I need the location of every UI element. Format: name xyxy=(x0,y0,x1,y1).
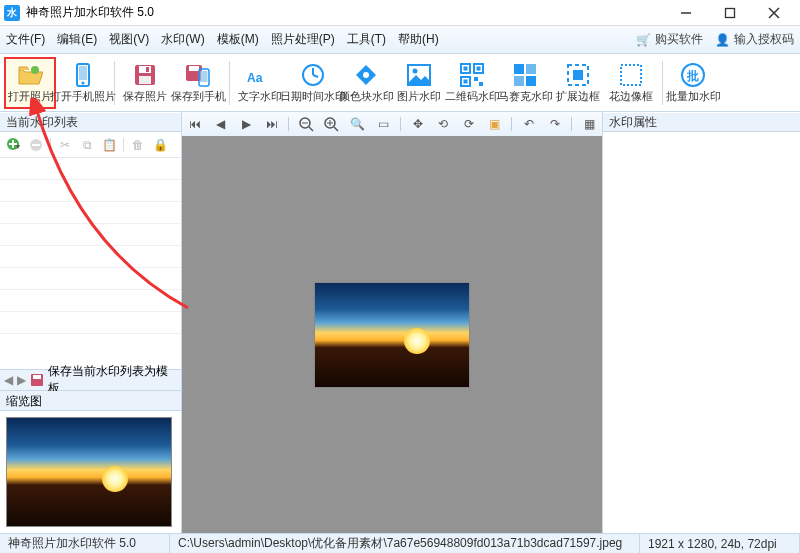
nav-prev-icon[interactable]: ◀ xyxy=(212,115,230,133)
nav-last-icon[interactable]: ⏭ xyxy=(263,115,281,133)
grid-icon[interactable]: ▦ xyxy=(580,115,598,133)
lock-icon[interactable]: 🔒 xyxy=(152,137,168,153)
minimize-button[interactable] xyxy=(664,1,708,25)
color-watermark-button[interactable]: 颜色块水印 xyxy=(340,57,392,109)
fit-window-icon[interactable]: ▭ xyxy=(374,115,392,133)
phone-icon xyxy=(69,62,97,88)
rotate-right-icon[interactable]: ⟳ xyxy=(460,115,478,133)
svg-rect-33 xyxy=(514,76,524,86)
menu-view[interactable]: 视图(V) xyxy=(109,31,149,48)
svg-rect-29 xyxy=(474,77,478,81)
diamond-icon xyxy=(352,62,380,88)
watermark-toolbar: ▾ ✂ ⧉ 📋 🗑 🔒 xyxy=(0,132,181,158)
svg-point-7 xyxy=(82,81,85,84)
main-toolbar: 打开照片 打开手机照片 保存照片 保存到手机 Aa 文字水印 日期时间水印 颜色… xyxy=(0,54,800,112)
floppy-icon xyxy=(131,62,159,88)
nav-first-icon[interactable]: ⏮ xyxy=(186,115,204,133)
mosaic-icon xyxy=(511,62,539,88)
svg-rect-27 xyxy=(477,66,481,70)
open-photo-button[interactable]: 打开照片 xyxy=(4,57,56,109)
paste-icon[interactable]: 📋 xyxy=(101,137,117,153)
rotate-left-icon[interactable]: ⟲ xyxy=(434,115,452,133)
qr-watermark-button[interactable]: 二维码水印 xyxy=(446,57,498,109)
svg-text:批: 批 xyxy=(686,69,699,83)
undo-icon[interactable]: ↶ xyxy=(520,115,538,133)
canvas-toolbar: ⏮ ◀ ▶ ⏭ 🔍 ▭ ✥ ⟲ ⟳ ▣ ↶ ↷ ▦ xyxy=(182,112,602,136)
cut-icon[interactable]: ✂ xyxy=(57,137,73,153)
svg-rect-26 xyxy=(464,66,468,70)
thumbnail-area xyxy=(0,411,181,533)
clock-icon xyxy=(299,62,327,88)
watermark-list[interactable] xyxy=(0,158,181,369)
svg-text:Aa: Aa xyxy=(247,71,263,85)
status-app: 神奇照片加水印软件 5.0 xyxy=(0,534,170,553)
buy-link[interactable]: 🛒购买软件 xyxy=(636,31,703,48)
zoom-in-icon[interactable] xyxy=(323,115,341,133)
lace-icon xyxy=(617,62,645,88)
svg-rect-1 xyxy=(726,8,735,17)
svg-line-48 xyxy=(309,127,313,131)
left-panel: 当前水印列表 ▾ ✂ ⧉ 📋 🗑 🔒 ◀ ▶ 保存当前水印列表为模板 缩览图 xyxy=(0,112,182,533)
text-watermark-button[interactable]: Aa 文字水印 xyxy=(234,57,286,109)
menu-tool[interactable]: 工具(T) xyxy=(347,31,386,48)
svg-rect-31 xyxy=(514,64,524,74)
menu-photo[interactable]: 照片处理(P) xyxy=(271,31,335,48)
thumbnail-image[interactable] xyxy=(6,417,172,527)
extend-border-button[interactable]: 扩展边框 xyxy=(552,57,604,109)
status-path: C:\Users\admin\Desktop\优化备用素材\7a67e56948… xyxy=(170,534,640,553)
svg-rect-11 xyxy=(146,67,149,72)
svg-rect-34 xyxy=(526,76,536,86)
copy-icon[interactable]: ⧉ xyxy=(79,137,95,153)
text-icon: Aa xyxy=(246,62,274,88)
maximize-button[interactable] xyxy=(708,1,752,25)
chevron-right-icon[interactable]: ▶ xyxy=(17,373,26,387)
image-watermark-button[interactable]: 图片水印 xyxy=(393,57,445,109)
svg-rect-13 xyxy=(189,66,199,71)
canvas-image[interactable] xyxy=(314,282,470,388)
svg-point-20 xyxy=(363,72,369,78)
remove-icon[interactable] xyxy=(28,137,44,153)
floppy-phone-icon xyxy=(184,62,212,88)
svg-rect-36 xyxy=(573,70,583,80)
svg-rect-28 xyxy=(464,79,468,83)
canvas-area: ⏮ ◀ ▶ ⏭ 🔍 ▭ ✥ ⟲ ⟳ ▣ ↶ ↷ ▦ xyxy=(182,112,602,533)
qr-icon xyxy=(458,62,486,88)
save-photo-button[interactable]: 保存照片 xyxy=(119,57,171,109)
save-phone-button[interactable]: 保存到手机 xyxy=(172,57,224,109)
save-template-icon[interactable] xyxy=(30,373,44,387)
menu-help[interactable]: 帮助(H) xyxy=(398,31,439,48)
properties-header: 水印属性 xyxy=(603,112,800,132)
auth-link[interactable]: 👤输入授权码 xyxy=(715,31,794,48)
menu-file[interactable]: 文件(F) xyxy=(6,31,45,48)
lace-frame-button[interactable]: 花边像框 xyxy=(605,57,657,109)
chevron-left-icon[interactable]: ◀ xyxy=(4,373,13,387)
status-bar: 神奇照片加水印软件 5.0 C:\Users\admin\Desktop\优化备… xyxy=(0,533,800,553)
add-icon[interactable]: ▾ xyxy=(6,137,22,153)
nav-next-icon[interactable]: ▶ xyxy=(237,115,255,133)
svg-rect-46 xyxy=(33,375,41,379)
batch-watermark-button[interactable]: 批 批量加水印 xyxy=(667,57,719,109)
batch-icon: 批 xyxy=(679,62,707,88)
date-watermark-button[interactable]: 日期时间水印 xyxy=(287,57,339,109)
svg-rect-9 xyxy=(139,66,151,73)
titlebar: 水 神奇照片加水印软件 5.0 xyxy=(0,0,800,26)
zoom-actual-icon[interactable]: 🔍 xyxy=(349,115,367,133)
mosaic-watermark-button[interactable]: 马赛克水印 xyxy=(499,57,551,109)
folder-open-icon xyxy=(16,62,44,88)
close-button[interactable] xyxy=(752,1,796,25)
redo-icon[interactable]: ↷ xyxy=(546,115,564,133)
canvas[interactable] xyxy=(182,136,602,533)
crop-icon[interactable]: ▣ xyxy=(486,115,504,133)
extend-icon xyxy=(564,62,592,88)
menu-template[interactable]: 模板(M) xyxy=(217,31,259,48)
save-template-row: ◀ ▶ 保存当前水印列表为模板 xyxy=(0,369,181,391)
open-phone-button[interactable]: 打开手机照片 xyxy=(57,57,109,109)
menu-edit[interactable]: 编辑(E) xyxy=(57,31,97,48)
menubar: 文件(F) 编辑(E) 视图(V) 水印(W) 模板(M) 照片处理(P) 工具… xyxy=(0,26,800,54)
zoom-out-icon[interactable] xyxy=(297,115,315,133)
svg-rect-15 xyxy=(201,71,208,82)
svg-point-22 xyxy=(413,68,418,73)
delete-icon[interactable]: 🗑 xyxy=(130,137,146,153)
pan-icon[interactable]: ✥ xyxy=(409,115,427,133)
menu-watermark[interactable]: 水印(W) xyxy=(161,31,204,48)
